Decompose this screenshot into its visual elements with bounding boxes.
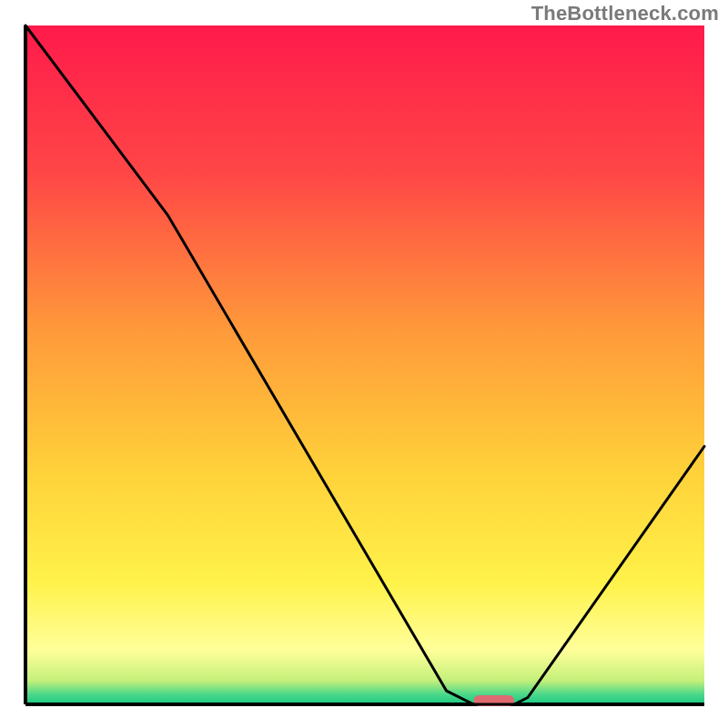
- chart-container: TheBottleneck.com: [0, 0, 728, 728]
- watermark-text: TheBottleneck.com: [531, 2, 719, 25]
- bottleneck-chart: [0, 0, 728, 728]
- gradient-background: [25, 25, 704, 704]
